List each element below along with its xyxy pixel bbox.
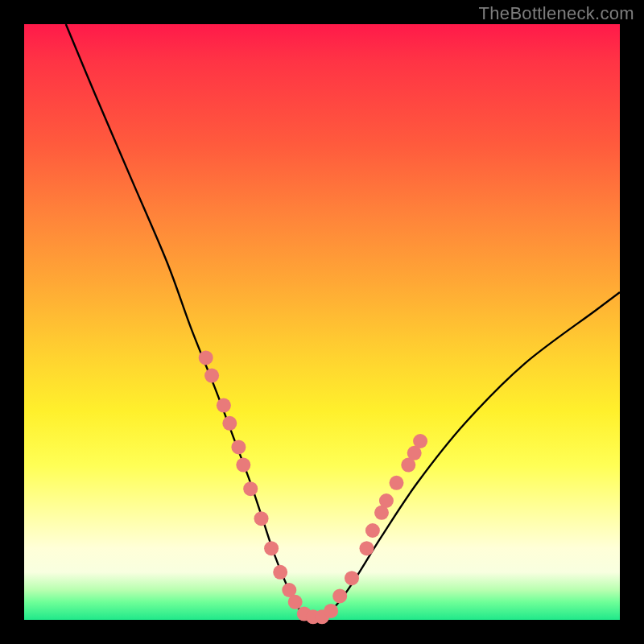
data-marker	[324, 604, 338, 618]
data-marker	[332, 588, 347, 603]
data-marker	[231, 440, 246, 454]
data-marker	[390, 476, 404, 490]
curve-layer	[24, 24, 620, 620]
data-marker	[254, 511, 269, 526]
watermark-text: TheBottleneck.com	[479, 3, 634, 24]
data-marker	[222, 416, 237, 431]
data-marker	[236, 458, 250, 473]
plot-area	[24, 24, 620, 620]
data-marker	[413, 434, 427, 448]
curve-markers	[199, 350, 427, 624]
data-marker	[204, 369, 219, 383]
data-marker	[264, 541, 279, 555]
data-marker	[360, 541, 374, 555]
data-marker	[273, 565, 287, 580]
data-marker	[217, 398, 231, 413]
bottleneck-curve	[66, 24, 620, 618]
data-marker	[243, 481, 258, 496]
data-marker	[199, 350, 213, 365]
data-marker	[365, 523, 380, 538]
data-marker	[379, 493, 394, 508]
data-marker	[345, 571, 359, 585]
data-marker	[288, 595, 303, 609]
chart-frame: TheBottleneck.com	[0, 0, 644, 644]
